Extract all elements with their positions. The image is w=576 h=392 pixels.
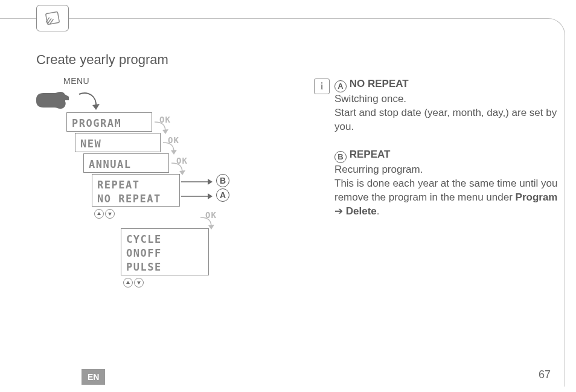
language-badge: EN xyxy=(82,369,105,385)
screen-text: ONOFF xyxy=(126,246,203,260)
reference-b-marker: B xyxy=(334,151,347,163)
screen-text: PULSE xyxy=(126,260,203,274)
screen-text: PROGRAM xyxy=(72,117,147,130)
info-icon: i xyxy=(314,79,330,94)
reference-a-marker: A xyxy=(334,80,347,92)
info-text-block: A NO REPEAT Switching once. Start and st… xyxy=(334,77,562,219)
page-number: 67 xyxy=(539,368,551,381)
reference-b-marker: B xyxy=(216,174,229,187)
page-title: Create yearly program xyxy=(36,52,562,68)
screen-program: PROGRAM xyxy=(66,112,152,132)
screen-text: NO REPEAT xyxy=(97,192,174,206)
menu-label: MENU xyxy=(63,76,89,86)
info-b-line1: Recurring program. xyxy=(334,163,562,177)
screen-text: NEW xyxy=(80,137,155,151)
reference-a-marker: A xyxy=(216,188,229,202)
down-arrow-icon xyxy=(134,278,144,288)
up-arrow-icon xyxy=(94,209,104,219)
up-arrow-icon xyxy=(123,278,133,288)
info-b-line2: This is done each year at the same time … xyxy=(334,177,562,219)
menu-flow-diagram: MENU PROGRAM OK xyxy=(36,76,290,318)
screen-new: NEW xyxy=(75,133,161,152)
up-down-nav-icons xyxy=(123,278,144,288)
info-a-title: NO REPEAT xyxy=(350,78,409,89)
screen-text: ANNUAL xyxy=(89,158,164,172)
reference-arrow-icon xyxy=(181,178,214,186)
screen-repeat-choice: REPEAT NO REPEAT xyxy=(92,174,180,207)
screen-cycle-onoff-pulse: CYCLE ONOFF PULSE xyxy=(121,228,209,275)
manual-tab-icon xyxy=(36,5,69,31)
info-b-title: REPEAT xyxy=(350,149,391,160)
down-arrow-icon xyxy=(105,209,115,219)
up-down-nav-icons xyxy=(94,209,115,219)
info-a-line2: Start and stop date (year, month, day,) … xyxy=(334,106,562,134)
svg-rect-0 xyxy=(46,11,60,24)
screen-text: CYCLE xyxy=(126,233,203,246)
pointing-hand-icon xyxy=(35,88,72,115)
screen-annual: ANNUAL xyxy=(83,153,169,173)
reference-arrow-icon xyxy=(181,192,214,201)
screen-text: REPEAT xyxy=(97,178,174,192)
info-a-line1: Switching once. xyxy=(334,92,562,106)
